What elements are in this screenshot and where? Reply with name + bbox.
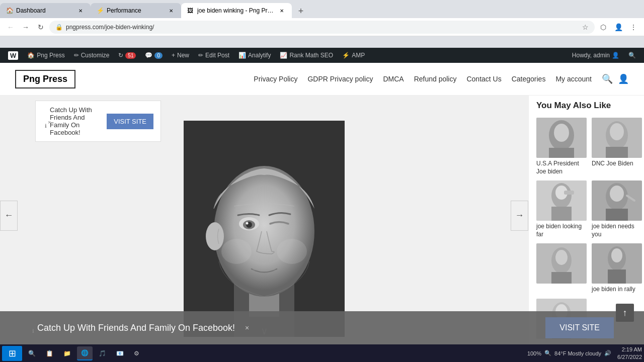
- nav-refund[interactable]: Refund policy: [414, 75, 457, 83]
- nav-categories[interactable]: Categories: [512, 75, 546, 83]
- new-icon: +: [172, 52, 175, 59]
- sidebar-img-3: [592, 180, 642, 221]
- sidebar-item-5[interactable]: joe biden in rally: [592, 243, 642, 294]
- ad-visit-button[interactable]: VISIT SITE: [107, 114, 153, 129]
- taskbar-search-icon: 🔍: [28, 350, 36, 357]
- forward-button[interactable]: →: [19, 21, 32, 34]
- analytify-label: Analytify: [248, 52, 271, 59]
- ad-text: Catch Up With Friends And Family On Face…: [50, 106, 100, 136]
- taskbar-media[interactable]: 🎵: [95, 346, 110, 360]
- new-tab-button[interactable]: +: [294, 4, 308, 18]
- customize-label: Customize: [81, 52, 110, 59]
- tab-title-dashboard: Dashboard: [16, 7, 73, 14]
- bottom-ad-info-icon[interactable]: ℹ: [32, 328, 34, 334]
- wp-amp[interactable]: ⚡ AMP: [338, 48, 369, 63]
- wp-comments[interactable]: 💬 0: [141, 48, 167, 63]
- tab-favicon-dashboard: 🏠: [6, 7, 13, 14]
- taskbar-date-text: 6/27/2022: [617, 353, 642, 360]
- ad-info-icon[interactable]: ℹ: [45, 123, 47, 129]
- wp-updates[interactable]: ↻ 51: [114, 48, 140, 63]
- next-arrow[interactable]: →: [511, 201, 528, 231]
- edit-post-icon: ✏: [198, 52, 203, 59]
- howdy-text: Howdy, admin: [572, 52, 610, 59]
- comments-count: 0: [154, 52, 163, 59]
- prev-arrow[interactable]: ←: [0, 201, 18, 231]
- tab-current[interactable]: 🖼 joe biden winking - Png Press pr... ✕: [181, 3, 292, 18]
- taskbar-mail[interactable]: 📧: [112, 346, 128, 360]
- taskbar-settings[interactable]: ⚙: [130, 346, 143, 360]
- mail-icon: 📧: [116, 350, 124, 357]
- sidebar-item-1[interactable]: DNC Joe Biden: [592, 118, 642, 175]
- nav-dmca[interactable]: DMCA: [383, 75, 404, 83]
- svg-rect-16: [549, 148, 574, 158]
- tab-close-performance[interactable]: ✕: [167, 7, 175, 15]
- taskbar-explorer[interactable]: 📁: [59, 346, 75, 360]
- bottom-ad-close-icon[interactable]: ×: [245, 324, 249, 332]
- menu-icon[interactable]: ⋮: [627, 21, 640, 34]
- wp-admin-bar: W 🏠 Png Press ✏ Customize ↻ 51 💬 0 + New…: [0, 48, 644, 63]
- sidebar-img-2: [536, 180, 587, 221]
- site-logo[interactable]: Png Press: [15, 70, 75, 88]
- tab-title-current: joe biden winking - Png Press pr...: [197, 7, 275, 14]
- volume-icon[interactable]: 🔊: [604, 350, 611, 356]
- taskbar-search[interactable]: 🔍: [24, 346, 40, 360]
- wp-site-label: Png Press: [37, 52, 64, 59]
- amp-label: AMP: [352, 52, 365, 59]
- tab-close-dashboard[interactable]: ✕: [76, 7, 85, 15]
- start-button[interactable]: ⊞: [2, 346, 22, 361]
- svg-point-15: [554, 124, 569, 142]
- header-account-icon[interactable]: 👤: [618, 73, 629, 84]
- new-label: New: [177, 52, 189, 59]
- wp-admin-user[interactable]: Howdy, admin 👤: [568, 48, 623, 63]
- rank-math-label: Rank Math SEO: [289, 52, 333, 59]
- tab-title-performance: Performance: [107, 7, 164, 14]
- bottom-ad-text: Catch Up With Friends And Family On Face…: [37, 323, 235, 333]
- wp-edit-post[interactable]: ✏ Edit Post: [194, 48, 233, 63]
- tab-performance[interactable]: ⚡ Performance ✕: [91, 3, 181, 18]
- address-bar[interactable]: 🔒 pngpress.com/joe-biden-winking/ ☆: [49, 21, 595, 34]
- ad-close-icon[interactable]: ×: [48, 119, 51, 125]
- tab-close-current[interactable]: ✕: [278, 7, 286, 15]
- profile-icon[interactable]: 👤: [612, 21, 625, 34]
- wp-customize[interactable]: ✏ Customize: [70, 48, 114, 63]
- search-icon: 🔍: [628, 52, 636, 59]
- sidebar-label-0: U.S.A President Joe biden: [536, 160, 587, 175]
- customize-icon: ✏: [74, 52, 79, 59]
- main-image: [184, 121, 345, 337]
- bookmark-icon[interactable]: ☆: [582, 23, 589, 31]
- updates-count: 51: [125, 52, 136, 59]
- nav-privacy[interactable]: Privacy Policy: [254, 75, 297, 83]
- wp-analytify[interactable]: 📊 Analytify: [234, 48, 275, 63]
- taskbar-task-view[interactable]: 📋: [42, 346, 57, 360]
- taskbar-time-text: 2:19 AM: [617, 346, 642, 353]
- sidebar-item-2[interactable]: joe biden looking far: [536, 180, 587, 238]
- wp-logo[interactable]: W: [4, 48, 22, 63]
- wp-site-name[interactable]: 🏠 Png Press: [23, 48, 68, 63]
- wp-search[interactable]: 🔍: [624, 48, 640, 63]
- sidebar-img-1: [592, 118, 642, 158]
- sidebar-item-0[interactable]: U.S.A President Joe biden: [536, 118, 587, 175]
- svg-rect-24: [551, 207, 572, 221]
- extensions-icon[interactable]: ⬡: [597, 21, 610, 34]
- edit-post-label: Edit Post: [205, 52, 229, 59]
- sidebar-label-1: DNC Joe Biden: [592, 160, 642, 168]
- nav-contact[interactable]: Contact Us: [466, 75, 501, 83]
- wp-new[interactable]: + New: [168, 48, 193, 63]
- site-header: Png Press Privacy Policy GDPR Privacy po…: [0, 63, 644, 96]
- header-search-icon[interactable]: 🔍: [602, 73, 613, 84]
- settings-icon: ⚙: [134, 350, 139, 357]
- taskbar: ⊞ 🔍 📋 📁 🌐 🎵 📧 ⚙ 100% 🔍 84°F Mostly cloud…: [0, 344, 644, 362]
- nav-myaccount[interactable]: My account: [555, 75, 592, 83]
- site-nav: Privacy Policy GDPR Privacy policy DMCA …: [254, 75, 592, 83]
- nav-gdpr[interactable]: GDPR Privacy policy: [307, 75, 373, 83]
- bottom-ad-visit-button[interactable]: VISIT SITE: [545, 317, 614, 338]
- taskbar-browser[interactable]: 🌐: [77, 346, 93, 360]
- sidebar-item-4[interactable]: [536, 243, 587, 294]
- back-button[interactable]: ←: [4, 21, 17, 34]
- back-to-top-button[interactable]: ↑: [616, 304, 634, 322]
- sidebar-item-3[interactable]: joe biden needs you: [592, 180, 642, 238]
- svg-point-11: [221, 239, 252, 264]
- reload-button[interactable]: ↻: [34, 21, 47, 34]
- tab-dashboard[interactable]: 🏠 Dashboard ✕: [0, 3, 91, 18]
- wp-rank-math[interactable]: 📈 Rank Math SEO: [276, 48, 337, 63]
